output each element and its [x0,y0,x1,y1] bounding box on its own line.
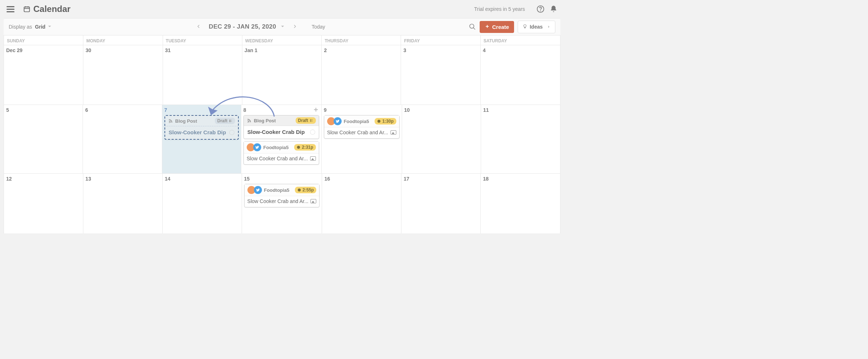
image-attachment-icon [310,156,316,161]
chevron-down-icon [47,24,52,30]
calendar-grid: SUNDAY MONDAY TUESDAY WEDNESDAY THURSDAY… [4,35,560,233]
calendar-day[interactable]: 30 [83,45,163,105]
calendar-day[interactable]: 4 [481,45,560,105]
lightbulb-icon [522,24,527,30]
plus-icon [485,24,490,30]
rss-icon [168,118,173,123]
calendar-day-drop-target[interactable]: 7 Blog Post Draft Slow-Cooker Crab D [162,105,241,173]
date-number: 15 [244,176,320,182]
clock-icon [297,188,301,192]
calendar-day[interactable]: 17 [401,174,481,233]
chevron-down-icon [280,24,285,30]
ideas-button[interactable]: Ideas [518,21,555,33]
time-label: 2:31p [302,145,313,150]
rss-icon [247,118,252,123]
calendar-day[interactable]: 9 Foodtopia5 1:30p [322,105,402,173]
social-account-name: Foodtopia5 [263,145,289,150]
calendar-day[interactable]: 5 [4,105,83,173]
badge-label: Draft [217,118,228,123]
add-event-button[interactable] [313,106,319,113]
day-header: TUESDAY [163,35,242,45]
calendar-day[interactable]: Jan 1 [242,45,322,105]
time-badge: 1:30p [375,118,396,124]
today-button[interactable]: Today [312,24,325,30]
date-number: 14 [165,176,239,182]
twitter-icon [253,143,261,151]
image-attachment-icon [391,130,396,135]
svg-rect-11 [229,121,230,122]
trial-expiry-text: Trial expires in 5 years [474,6,525,12]
search-icon[interactable] [469,23,476,30]
calendar-day[interactable]: 8 Blog Post Draft Slow-Cooker Crab [241,105,322,173]
social-account-icons [247,143,261,151]
date-number: 6 [85,107,159,113]
social-post-title: Slow Cooker Crab and Ar... [247,156,308,161]
chevron-right-icon [547,24,551,30]
event-options-icon[interactable] [310,130,315,135]
clock-icon [377,119,381,123]
create-button[interactable]: Create [480,21,514,33]
next-period-button[interactable] [292,24,298,30]
date-number: 10 [404,107,479,113]
clock-icon [297,145,300,149]
help-icon[interactable] [537,5,544,13]
app-title: Calendar [33,4,71,14]
ideas-button-label: Ideas [530,24,543,30]
event-type: Blog Post [247,118,276,123]
calendar-day[interactable]: 31 [163,45,242,105]
calendar-day[interactable]: 10 [402,105,481,173]
status-badge: Draft [215,118,235,124]
display-mode-dropdown[interactable]: Grid [35,24,52,30]
calendar-day[interactable]: 16 [322,174,401,233]
event-card-blog-post[interactable]: Blog Post Draft Slow-Cooker Crab Dip [243,115,319,139]
twitter-icon [254,186,262,194]
event-type: Blog Post [168,118,197,124]
event-title: Slow-Cooker Crab Dip [169,129,226,135]
calendar-day[interactable]: 6 [83,105,162,173]
social-account-name: Foodtopia5 [344,119,369,124]
event-type-label: Blog Post [254,118,276,123]
date-number: Jan 1 [245,47,319,53]
date-number: 3 [403,47,478,53]
date-number: 7 [164,107,239,113]
calendar-day[interactable]: 11 [481,105,560,173]
event-card-social[interactable]: Foodtopia5 2:55p Slow Cooker Crab and Ar… [244,184,320,207]
event-card-social[interactable]: Foodtopia5 2:31p Slow Cooker Crab and Ar… [243,141,319,165]
svg-rect-10 [229,120,230,121]
calendar-day[interactable]: 14 [163,174,242,233]
date-range-picker[interactable]: DEC 29 - JAN 25, 2020 [209,23,285,30]
event-card-ghost[interactable]: Blog Post Draft Slow-Cooker Crab Dip [164,115,239,140]
date-number: 9 [324,107,400,113]
event-options-icon[interactable] [229,130,234,135]
date-number: 16 [324,176,399,182]
date-number: 17 [404,176,478,182]
image-attachment-icon [310,199,316,203]
date-number: 30 [85,47,160,53]
calendar-day[interactable]: 3 [401,45,480,105]
app-header: Calendar Trial expires in 5 years [0,0,564,18]
social-post-title: Slow Cooker Crab and Ar... [247,198,309,204]
calendar-icon [23,5,30,13]
svg-rect-17 [310,121,311,122]
prev-period-button[interactable] [196,24,201,30]
svg-point-6 [470,24,474,29]
time-badge: 2:31p [294,144,316,151]
calendar-day[interactable]: 18 [481,174,560,233]
day-header: FRIDAY [401,35,480,45]
date-range-label: DEC 29 - JAN 25, 2020 [209,23,276,30]
tasks-icon [229,119,233,123]
date-number: 2 [324,47,398,53]
svg-rect-16 [310,119,311,120]
event-title: Slow-Cooker Crab Dip [247,129,305,135]
event-card-social[interactable]: Foodtopia5 1:30p Slow Cooker Crab and Ar… [324,115,400,139]
day-header: MONDAY [83,35,163,45]
date-number: 11 [483,107,558,113]
calendar-day[interactable]: Dec 29 [4,45,83,105]
notification-bell-icon[interactable] [550,5,558,13]
calendar-day[interactable]: 12 [4,174,83,233]
hamburger-menu-button[interactable] [7,4,17,14]
calendar-day[interactable]: 13 [83,174,163,233]
calendar-day[interactable]: 2 [322,45,401,105]
day-header: THURSDAY [322,35,401,45]
calendar-day[interactable]: 15 Foodtopia5 2:55p [242,174,322,233]
